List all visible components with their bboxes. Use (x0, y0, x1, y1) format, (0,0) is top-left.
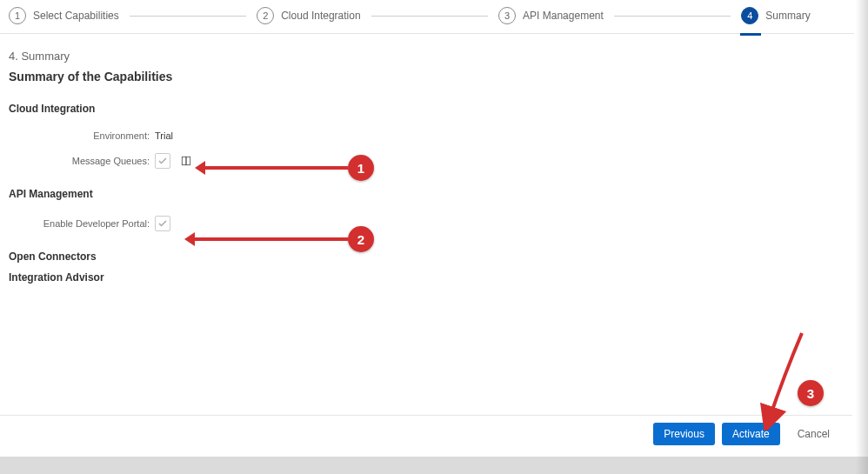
step-number-heading: 4. Summary (9, 50, 845, 63)
enable-developer-portal-row: Enable Developer Portal: (9, 216, 845, 231)
step-api-management[interactable]: 3 API Management (498, 7, 604, 24)
wizard-footer: Previous Activate Cancel (0, 415, 852, 452)
summary-content: 4. Summary Summary of the Capabilities C… (0, 34, 854, 296)
step-summary[interactable]: 4 Summary (741, 7, 810, 24)
step-circle-3: 3 (498, 7, 516, 24)
checkmark-icon (157, 218, 168, 229)
step-circle-4: 4 (741, 7, 758, 24)
step-connector (371, 16, 488, 17)
wizard-stepper: 1 Select Capabilities 2 Cloud Integratio… (0, 0, 854, 34)
step-circle-2: 2 (257, 7, 274, 24)
step-label-1: Select Capabilities (33, 10, 119, 22)
step-num-4: 4 (747, 10, 752, 21)
step-connector (130, 16, 246, 17)
message-queues-checkbox[interactable] (155, 153, 170, 169)
cloud-integration-heading: Cloud Integration (9, 103, 845, 115)
step-connector (614, 16, 731, 17)
environment-row: Environment: Trial (9, 130, 845, 141)
open-connectors-heading: Open Connectors (9, 250, 845, 263)
enable-developer-portal-label: Enable Developer Portal: (9, 218, 155, 229)
environment-label: Environment: (9, 130, 155, 141)
copy-icon[interactable] (179, 154, 193, 168)
page-shadow (856, 0, 868, 474)
active-step-underline (740, 33, 761, 36)
section-api-management: API Management Enable Developer Portal: (9, 188, 845, 231)
step-label-2: Cloud Integration (281, 10, 360, 22)
wizard-container: 1 Select Capabilities 2 Cloud Integratio… (0, 0, 854, 452)
annotation-circle-3: 3 (798, 380, 824, 406)
step-select-capabilities[interactable]: 1 Select Capabilities (9, 7, 119, 24)
step-circle-1: 1 (9, 7, 26, 24)
integration-advisor-heading: Integration Advisor (9, 271, 845, 284)
svg-rect-1 (186, 157, 190, 164)
activate-button[interactable]: Activate (722, 423, 780, 445)
page-shadow (0, 457, 868, 474)
message-queues-label: Message Queues: (9, 156, 155, 166)
step-cloud-integration[interactable]: 2 Cloud Integration (257, 7, 360, 24)
checkmark-icon (157, 156, 168, 166)
api-management-heading: API Management (9, 188, 845, 200)
enable-developer-portal-checkbox[interactable] (155, 216, 170, 231)
environment-value: Trial (155, 130, 173, 141)
cancel-button[interactable]: Cancel (787, 423, 840, 445)
step-label-4: Summary (765, 10, 810, 22)
step-label-3: API Management (523, 10, 604, 22)
summary-subtitle: Summary of the Capabilities (9, 70, 845, 83)
previous-button[interactable]: Previous (653, 423, 715, 445)
message-queues-row: Message Queues: (9, 153, 845, 169)
svg-rect-0 (182, 157, 186, 164)
section-cloud-integration: Cloud Integration Environment: Trial Mes… (9, 103, 845, 169)
